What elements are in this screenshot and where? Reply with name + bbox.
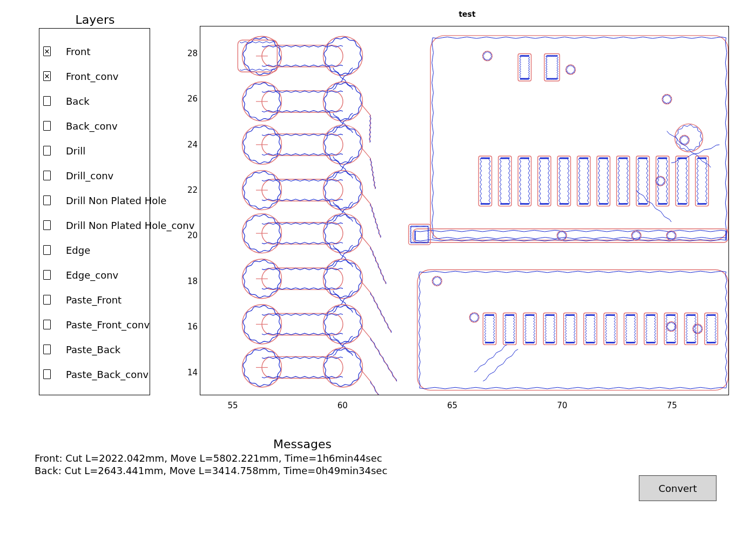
svg-rect-6 (262, 91, 343, 112)
x-tick-label: 65 (447, 401, 457, 410)
svg-point-53 (557, 231, 566, 240)
layer-label: Back (66, 96, 90, 107)
layer-label: Paste_Front (66, 294, 122, 306)
layer-label: Drill_conv (66, 170, 113, 181)
layer-label: Edge_conv (66, 269, 118, 281)
pcb-preview-svg (200, 26, 728, 395)
y-tick-label: 20 (187, 231, 198, 240)
svg-point-49 (566, 65, 576, 75)
layer-item[interactable]: Edge_conv (43, 262, 194, 287)
y-tick-label: 26 (187, 94, 198, 104)
layer-item[interactable]: Drill Non Plated Hole_conv (43, 213, 194, 238)
convert-button[interactable]: Convert (639, 475, 717, 501)
layer-item[interactable]: Paste_Front_conv (43, 312, 194, 337)
y-tick-label: 14 (187, 368, 198, 377)
layer-item[interactable]: Drill (43, 138, 194, 163)
layer-checkbox[interactable] (43, 195, 51, 205)
layers-list: ✕Front✕Front_convBackBack_convDrillDrill… (43, 39, 194, 387)
layer-item[interactable]: Back (43, 89, 194, 113)
plot-title: test (200, 10, 734, 18)
layer-checkbox[interactable] (43, 320, 51, 329)
svg-point-50 (662, 94, 672, 104)
y-tick-label: 22 (187, 185, 198, 195)
layer-label: Edge (66, 245, 90, 256)
layer-checkbox[interactable] (43, 121, 51, 131)
layer-label: Paste_Back_conv (66, 369, 148, 380)
layer-checkbox[interactable]: ✕ (43, 46, 51, 56)
y-tick-label: 24 (187, 140, 198, 150)
svg-point-48 (483, 51, 492, 61)
svg-rect-33 (430, 36, 728, 240)
layer-label: Paste_Back (66, 344, 120, 355)
layers-panel-title: Layers (52, 13, 138, 26)
layer-item[interactable]: Drill Non Plated Hole (43, 188, 194, 213)
layer-checkbox[interactable] (43, 220, 51, 230)
layer-item[interactable]: Paste_Back (43, 337, 194, 362)
svg-rect-14 (262, 179, 343, 201)
y-tick-label: 28 (187, 49, 198, 58)
messages-body: Front: Cut L=2022.042mm, Move L=5802.221… (35, 453, 387, 477)
svg-rect-22 (262, 268, 343, 289)
y-tick-label: 18 (187, 276, 198, 286)
layer-label: Front (66, 46, 91, 57)
layer-checkbox[interactable] (43, 245, 51, 255)
layer-checkbox[interactable] (43, 345, 51, 354)
x-tick-label: 55 (227, 401, 238, 410)
layer-item[interactable]: ✕Front_conv (43, 64, 194, 89)
layer-label: Paste_Front_conv (66, 319, 150, 330)
layer-label: Drill Non Plated Hole (66, 195, 166, 206)
svg-rect-10 (262, 134, 343, 156)
svg-point-54 (631, 231, 641, 240)
layer-label: Back_conv (66, 120, 118, 132)
svg-rect-26 (262, 313, 343, 335)
svg-point-57 (469, 313, 479, 322)
x-tick-label: 60 (338, 401, 348, 410)
layer-checkbox[interactable] (43, 171, 51, 180)
svg-point-56 (432, 276, 442, 286)
layer-checkbox[interactable] (43, 96, 51, 106)
x-tick-label: 70 (557, 401, 567, 410)
layer-checkbox[interactable] (43, 270, 51, 280)
svg-rect-35 (417, 269, 728, 390)
svg-rect-2 (262, 45, 343, 67)
layer-item[interactable]: Edge (43, 238, 194, 262)
x-tick-label: 75 (667, 401, 677, 410)
layer-label: Drill Non Plated Hole_conv (66, 220, 194, 231)
layer-label: Front_conv (66, 71, 119, 82)
layer-checkbox[interactable]: ✕ (43, 71, 51, 81)
y-tick-label: 16 (187, 322, 198, 332)
plot-area[interactable] (200, 26, 729, 395)
layer-item[interactable]: Drill_conv (43, 163, 194, 188)
layer-checkbox[interactable] (43, 295, 51, 305)
layer-item[interactable]: Paste_Back_conv (43, 362, 194, 387)
svg-point-55 (666, 231, 676, 240)
svg-rect-30 (262, 356, 343, 378)
layer-checkbox[interactable] (43, 369, 51, 379)
svg-rect-18 (262, 222, 343, 244)
layer-item[interactable]: Back_conv (43, 113, 194, 138)
layer-item[interactable]: Paste_Front (43, 287, 194, 312)
layer-item[interactable]: ✕Front (43, 39, 194, 64)
layer-label: Drill (66, 145, 85, 157)
layer-checkbox[interactable] (43, 146, 51, 156)
svg-point-52 (656, 176, 665, 186)
messages-title: Messages (32, 437, 572, 451)
svg-rect-72 (409, 224, 431, 245)
